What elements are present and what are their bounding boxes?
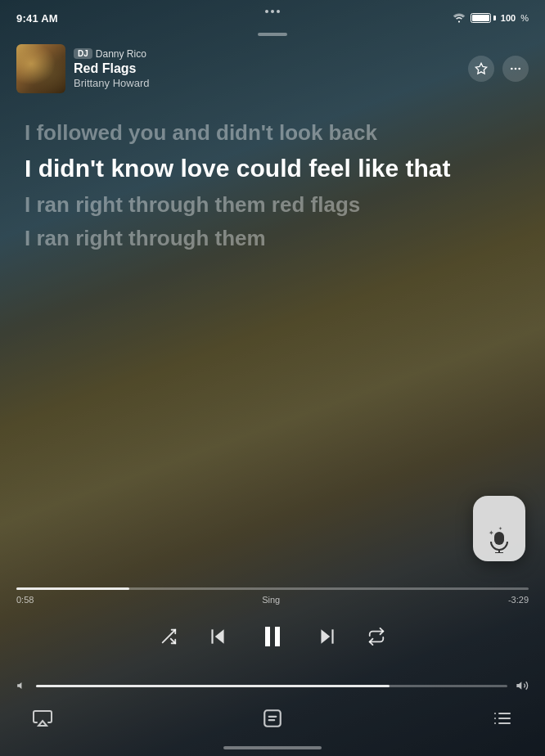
track-dj-row: DJ Danny Rico (74, 48, 149, 60)
lyric-future-1: I ran right through them red flags (25, 191, 520, 219)
next-button[interactable] (317, 626, 338, 647)
track-info: DJ Danny Rico Red Flags Brittany Howard (74, 48, 149, 89)
svg-text:✦: ✦ (498, 526, 502, 531)
svg-marker-15 (321, 629, 330, 643)
svg-point-2 (515, 68, 517, 70)
battery-icon (471, 13, 496, 23)
svg-point-1 (511, 68, 513, 70)
volume-track[interactable] (36, 685, 507, 687)
playback-controls (0, 622, 545, 651)
lyric-active-bold: I didn't know love (25, 155, 236, 182)
svg-marker-0 (475, 63, 486, 74)
header-actions (468, 56, 529, 82)
dj-badge: DJ (74, 48, 92, 59)
volume-high-icon (516, 679, 529, 692)
progress-area[interactable]: 0:58 Sing -3:29 (0, 587, 545, 605)
track-artist: Brittany Howard (74, 77, 149, 89)
repeat-button[interactable] (367, 628, 385, 646)
pause-button[interactable] (258, 622, 287, 651)
more-options-button[interactable] (502, 56, 529, 82)
svg-rect-6 (494, 532, 504, 545)
queue-button[interactable] (493, 709, 512, 728)
shuffle-button[interactable] (160, 628, 178, 646)
lyrics-button[interactable] (262, 708, 283, 729)
svg-marker-19 (38, 721, 47, 726)
progress-mode: Sing (262, 595, 280, 605)
progress-track[interactable] (16, 587, 529, 590)
svg-marker-17 (17, 682, 21, 689)
album-info: DJ Danny Rico Red Flags Brittany Howard (16, 44, 149, 93)
airplay-button[interactable] (33, 709, 52, 728)
wifi-icon (453, 13, 466, 23)
status-time: 9:41 AM (16, 12, 58, 25)
svg-rect-13 (265, 627, 270, 646)
progress-fill (16, 587, 129, 590)
status-right: 100% (453, 13, 529, 23)
volume-fill (36, 685, 390, 687)
home-indicator (223, 746, 322, 749)
drag-handle (258, 33, 287, 36)
microphone-icon: ✦ ✦ (487, 524, 511, 553)
svg-marker-18 (516, 682, 521, 689)
volume-low-icon (16, 680, 28, 691)
svg-rect-12 (211, 629, 213, 643)
lyric-future-2: I ran right through them (25, 224, 520, 253)
progress-current-time: 0:58 (16, 595, 34, 605)
svg-rect-16 (331, 629, 333, 643)
status-bar: 9:41 AM 100% (0, 0, 545, 29)
lyric-active: I didn't know love could feel like that (25, 152, 520, 186)
lyrics-container: I followed you and didn't look back I di… (0, 110, 545, 576)
svg-marker-11 (215, 629, 224, 643)
lyric-active-normal: could feel like that (236, 155, 451, 182)
album-art (16, 44, 65, 93)
now-playing-header: DJ Danny Rico Red Flags Brittany Howard (16, 44, 529, 93)
favorite-button[interactable] (468, 56, 494, 82)
volume-area[interactable] (0, 679, 545, 692)
track-title: Red Flags (74, 61, 149, 76)
svg-text:✦: ✦ (489, 529, 494, 537)
svg-point-3 (518, 68, 520, 70)
top-dots-menu[interactable] (265, 10, 280, 13)
sing-along-button[interactable]: ✦ ✦ (473, 496, 525, 561)
dj-name: Danny Rico (96, 48, 146, 60)
svg-rect-20 (264, 710, 281, 727)
svg-rect-14 (275, 627, 280, 646)
previous-button[interactable] (207, 626, 228, 647)
progress-labels: 0:58 Sing -3:29 (16, 595, 529, 605)
progress-remaining-time: -3:29 (508, 595, 529, 605)
battery-percent: 100 (501, 13, 516, 23)
lyric-past-1: I followed you and didn't look back (25, 119, 520, 147)
